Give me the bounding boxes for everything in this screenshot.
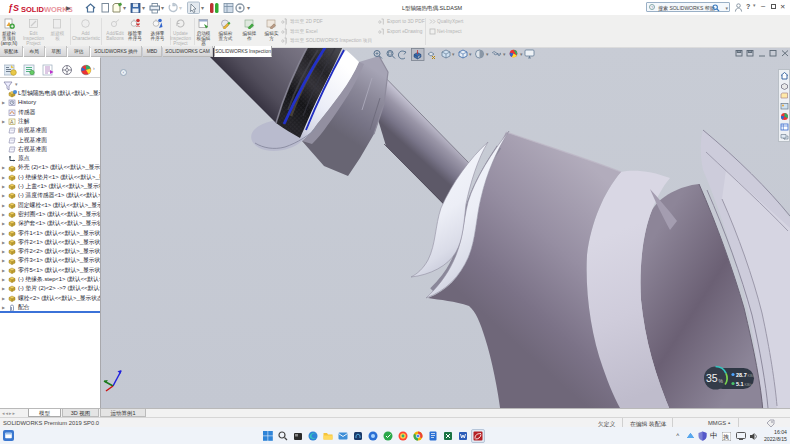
svg-text:35: 35 <box>706 372 718 384</box>
svg-text:5.1: 5.1 <box>736 381 744 387</box>
svg-text:▾: ▾ <box>123 5 126 11</box>
svg-text:28.7: 28.7 <box>736 372 747 378</box>
svg-text:▾: ▾ <box>179 5 182 11</box>
svg-text:▾: ▾ <box>161 5 164 11</box>
svg-text:▾: ▾ <box>452 51 455 57</box>
svg-text:▾: ▾ <box>201 5 204 11</box>
svg-text:KB/s: KB/s <box>745 383 753 387</box>
svg-text:▾: ▾ <box>520 51 523 57</box>
svg-text:KB/s: KB/s <box>748 374 756 378</box>
svg-text:%: % <box>719 378 724 384</box>
svg-text:▾: ▾ <box>142 5 145 11</box>
svg-text:▾: ▾ <box>469 51 472 57</box>
svg-text:▾: ▾ <box>486 51 489 57</box>
svg-text:▾: ▾ <box>247 5 250 11</box>
svg-text:拽: 拽 <box>723 434 729 440</box>
svg-text:▾: ▾ <box>503 51 506 57</box>
